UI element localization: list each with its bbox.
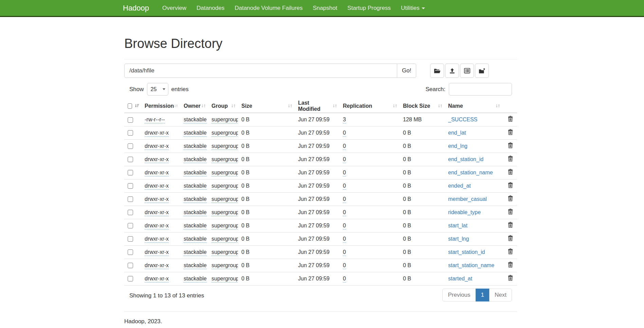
replication-value[interactable]: 0 bbox=[343, 236, 346, 243]
group-value[interactable]: supergroup bbox=[211, 156, 238, 163]
owner-value[interactable]: stackable bbox=[184, 143, 207, 150]
delete-button[interactable] bbox=[508, 142, 513, 150]
group-value[interactable]: supergroup bbox=[211, 209, 238, 216]
owner-value[interactable]: stackable bbox=[184, 183, 207, 190]
row-select-checkbox[interactable] bbox=[128, 236, 133, 242]
replication-value[interactable]: 0 bbox=[343, 209, 346, 216]
delete-button[interactable] bbox=[508, 235, 513, 242]
permission-value[interactable]: -rw-r--r-- bbox=[145, 117, 165, 123]
directory-path-input[interactable] bbox=[124, 64, 397, 78]
group-value[interactable]: supergroup bbox=[211, 249, 238, 256]
delete-button[interactable] bbox=[508, 222, 513, 229]
replication-value[interactable]: 0 bbox=[343, 196, 346, 203]
row-select-checkbox[interactable] bbox=[128, 210, 133, 215]
row-select-checkbox[interactable] bbox=[128, 249, 133, 255]
replication-value[interactable]: 0 bbox=[343, 130, 346, 137]
file-name-link[interactable]: end_lat bbox=[448, 130, 466, 136]
replication-value[interactable]: 0 bbox=[343, 276, 346, 282]
row-select-checkbox[interactable] bbox=[128, 183, 133, 189]
search-input[interactable] bbox=[449, 83, 512, 96]
delete-button[interactable] bbox=[508, 248, 513, 256]
owner-value[interactable]: stackable bbox=[184, 130, 207, 137]
delete-button[interactable] bbox=[508, 116, 513, 123]
replication-value[interactable]: 0 bbox=[343, 156, 346, 163]
navbar-brand[interactable]: Hadoop bbox=[118, 4, 154, 13]
delete-button[interactable] bbox=[508, 275, 513, 282]
nav-link-startup-progress[interactable]: Startup Progress bbox=[342, 0, 396, 16]
nav-link-overview[interactable]: Overview bbox=[157, 0, 191, 16]
replication-value[interactable]: 3 bbox=[343, 117, 346, 123]
row-select-checkbox[interactable] bbox=[128, 196, 133, 202]
group-value[interactable]: supergroup bbox=[211, 143, 238, 150]
owner-value[interactable]: stackable bbox=[184, 276, 207, 282]
folder-open-button[interactable] bbox=[430, 64, 444, 78]
permission-value[interactable]: drwxr-xr-x bbox=[145, 156, 169, 163]
delete-button[interactable] bbox=[508, 129, 513, 136]
permission-value[interactable]: drwxr-xr-x bbox=[145, 249, 169, 256]
column-header-size[interactable]: Size bbox=[238, 99, 295, 113]
file-name-link[interactable]: start_station_name bbox=[448, 262, 494, 268]
utilities-dropdown[interactable]: Utilities bbox=[396, 0, 430, 16]
permission-value[interactable]: drwxr-xr-x bbox=[145, 170, 169, 176]
group-value[interactable]: supergroup bbox=[211, 183, 238, 190]
file-name-link[interactable]: start_lat bbox=[448, 223, 467, 228]
replication-value[interactable]: 0 bbox=[343, 262, 346, 269]
row-select-checkbox[interactable] bbox=[128, 157, 133, 162]
file-name-link[interactable]: start_station_id bbox=[448, 249, 485, 255]
row-select-checkbox[interactable] bbox=[128, 170, 133, 175]
permission-value[interactable]: drwxr-xr-x bbox=[145, 130, 169, 137]
folder-move-button[interactable] bbox=[475, 64, 489, 78]
column-header-group[interactable]: Group bbox=[208, 99, 238, 113]
owner-value[interactable]: stackable bbox=[184, 209, 207, 216]
group-value[interactable]: supergroup bbox=[211, 196, 238, 203]
row-select-checkbox[interactable] bbox=[128, 276, 133, 281]
owner-value[interactable]: stackable bbox=[184, 117, 207, 123]
permission-value[interactable]: drwxr-xr-x bbox=[145, 183, 169, 190]
go-button[interactable]: Go! bbox=[397, 64, 416, 78]
owner-value[interactable]: stackable bbox=[184, 249, 207, 256]
row-select-checkbox[interactable] bbox=[128, 117, 133, 123]
permission-value[interactable]: drwxr-xr-x bbox=[145, 196, 169, 203]
file-name-link[interactable]: end_lng bbox=[448, 143, 467, 149]
file-name-link[interactable]: end_station_id bbox=[448, 156, 483, 162]
permission-value[interactable]: drwxr-xr-x bbox=[145, 236, 169, 243]
owner-value[interactable]: stackable bbox=[184, 196, 207, 203]
permission-value[interactable]: drwxr-xr-x bbox=[145, 262, 169, 269]
page-length-select[interactable]: 25 bbox=[147, 83, 168, 96]
column-header-owner[interactable]: Owner bbox=[180, 99, 208, 113]
replication-value[interactable]: 0 bbox=[343, 249, 346, 256]
file-name-link[interactable]: ended_at bbox=[448, 183, 471, 189]
file-name-link[interactable]: member_casual bbox=[448, 196, 487, 202]
file-name-link[interactable]: start_lng bbox=[448, 236, 469, 242]
group-value[interactable]: supergroup bbox=[211, 223, 238, 229]
delete-button[interactable] bbox=[508, 262, 513, 269]
delete-button[interactable] bbox=[508, 156, 513, 163]
nav-link-snapshot[interactable]: Snapshot bbox=[308, 0, 343, 16]
owner-value[interactable]: stackable bbox=[184, 262, 207, 269]
permission-value[interactable]: drwxr-xr-x bbox=[145, 276, 169, 282]
permission-value[interactable]: drwxr-xr-x bbox=[145, 143, 169, 150]
replication-value[interactable]: 0 bbox=[343, 143, 346, 150]
owner-value[interactable]: stackable bbox=[184, 170, 207, 176]
row-select-checkbox[interactable] bbox=[128, 223, 133, 228]
column-header-name[interactable]: Name bbox=[445, 99, 502, 113]
file-name-link[interactable]: rideable_type bbox=[448, 209, 481, 215]
nav-link-datanode-volume-failures[interactable]: Datanode Volume Failures bbox=[229, 0, 308, 16]
row-select-checkbox[interactable] bbox=[128, 143, 133, 149]
replication-value[interactable]: 0 bbox=[343, 170, 346, 176]
permission-value[interactable]: drwxr-xr-x bbox=[145, 223, 169, 229]
delete-button[interactable] bbox=[508, 209, 513, 216]
file-name-link[interactable]: _SUCCESS bbox=[448, 117, 477, 122]
owner-value[interactable]: stackable bbox=[184, 223, 207, 229]
list-alt-button[interactable] bbox=[460, 64, 474, 78]
delete-button[interactable] bbox=[508, 169, 513, 176]
owner-value[interactable]: stackable bbox=[184, 236, 207, 243]
permission-value[interactable]: drwxr-xr-x bbox=[145, 209, 169, 216]
column-header-permission[interactable]: Permission bbox=[141, 99, 180, 113]
owner-value[interactable]: stackable bbox=[184, 156, 207, 163]
row-select-checkbox[interactable] bbox=[128, 130, 133, 136]
column-header-block-size[interactable]: Block Size bbox=[400, 99, 445, 113]
column-header-last-modified[interactable]: Last Modified bbox=[295, 99, 339, 113]
replication-value[interactable]: 0 bbox=[343, 223, 346, 229]
page-1-button[interactable]: 1 bbox=[476, 289, 490, 301]
